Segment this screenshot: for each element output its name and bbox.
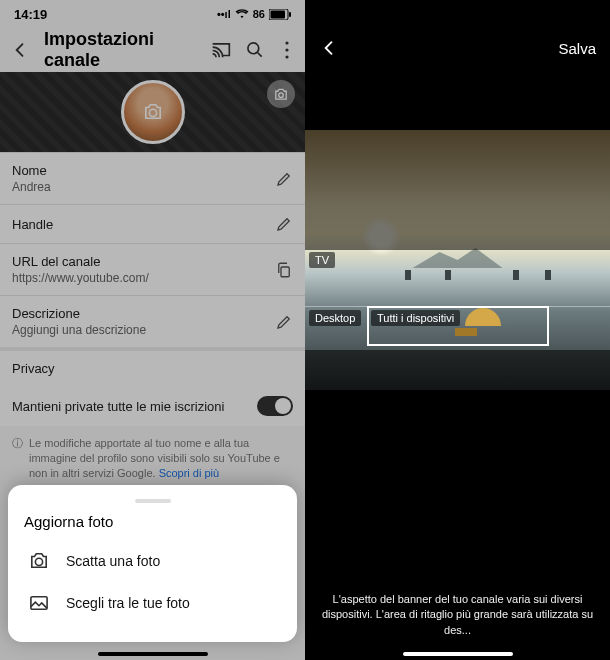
info-text: Le modifiche apportate al tuo nome e all… <box>29 437 280 479</box>
battery-level: 86 <box>253 8 265 20</box>
choose-photo-label: Scegli tra le tue foto <box>66 595 190 611</box>
app-bar: Impostazioni canale <box>0 28 305 72</box>
learn-more-link[interactable]: Scopri di più <box>159 467 220 479</box>
caption-line-2: dispositivi. L'area di ritaglio più gran… <box>321 607 594 638</box>
crop-label-all: Tutti i dispositivi <box>371 310 460 326</box>
crop-app-bar: Salva <box>305 28 610 68</box>
wifi-icon <box>235 9 249 19</box>
camera-icon <box>28 552 50 570</box>
mountain-graphic <box>413 248 503 268</box>
banner-crop-screen: Salva TV Desktop Tutti i dispositivi L'a… <box>305 0 610 660</box>
name-label: Nome <box>12 163 275 178</box>
sheet-grabber[interactable] <box>135 499 171 503</box>
boat-graphic <box>445 270 451 280</box>
svg-point-6 <box>285 55 288 58</box>
crop-caption: L'aspetto del banner del tuo canale vari… <box>321 592 594 638</box>
svg-rect-1 <box>271 10 286 18</box>
pencil-icon[interactable] <box>275 215 293 233</box>
svg-point-8 <box>279 92 284 97</box>
row-name[interactable]: Nome Andrea <box>0 152 305 204</box>
row-privacy-toggle: Mantieni private tutte le mie iscrizioni <box>0 386 305 426</box>
back-icon[interactable] <box>10 40 30 60</box>
photo-action-sheet: Aggiorna foto Scatta una foto Scegli tra… <box>8 485 297 642</box>
subscriptions-private-toggle[interactable] <box>257 396 293 416</box>
name-value: Andrea <box>12 180 275 194</box>
crop-label-desktop: Desktop <box>309 310 361 326</box>
crop-preview[interactable]: TV Desktop Tutti i dispositivi <box>305 130 610 390</box>
row-handle[interactable]: Handle <box>0 204 305 243</box>
copy-icon[interactable] <box>275 261 293 279</box>
edit-banner-button[interactable] <box>267 80 295 108</box>
svg-point-4 <box>285 41 288 44</box>
home-indicator[interactable] <box>98 652 208 656</box>
pencil-icon[interactable] <box>275 313 293 331</box>
choose-photo-option[interactable]: Scegli tra le tue foto <box>24 582 281 624</box>
battery-icon <box>269 9 291 20</box>
privacy-heading: Privacy <box>12 361 55 376</box>
svg-point-7 <box>149 109 156 116</box>
back-icon[interactable] <box>319 38 339 58</box>
save-button[interactable]: Salva <box>558 40 596 57</box>
info-icon: ⓘ <box>12 436 23 481</box>
svg-rect-9 <box>281 267 289 277</box>
info-note: ⓘ Le modifiche apportate al tuo nome e a… <box>0 426 305 491</box>
page-title: Impostazioni canale <box>44 29 197 71</box>
svg-rect-11 <box>31 597 47 610</box>
crop-dim-bottom <box>305 350 610 390</box>
sheet-title: Aggiorna foto <box>24 513 281 530</box>
row-url[interactable]: URL del canale https://www.youtube.com/ <box>0 243 305 295</box>
crop-label-tv: TV <box>309 252 335 268</box>
search-icon[interactable] <box>245 40 265 60</box>
channel-settings-screen: 14:19 ••ıl 86 Impostazioni canale <box>0 0 305 660</box>
camera-icon <box>142 103 164 121</box>
gallery-icon <box>28 594 50 612</box>
url-label: URL del canale <box>12 254 275 269</box>
svg-point-5 <box>285 48 288 51</box>
status-bar <box>305 0 610 28</box>
privacy-heading-row: Privacy <box>0 347 305 386</box>
take-photo-option[interactable]: Scatta una foto <box>24 540 281 582</box>
caption-line-1: L'aspetto del banner del tuo canale vari… <box>321 592 594 607</box>
cast-icon[interactable] <box>211 42 231 59</box>
svg-point-3 <box>248 43 259 54</box>
status-indicators: ••ıl 86 <box>217 8 291 20</box>
description-placeholder: Aggiungi una descrizione <box>12 323 275 337</box>
status-bar: 14:19 ••ıl 86 <box>0 0 305 28</box>
privacy-toggle-label: Mantieni private tutte le mie iscrizioni <box>12 399 257 414</box>
avatar[interactable] <box>121 80 185 144</box>
channel-banner <box>0 72 305 152</box>
crop-dim-top <box>305 130 610 250</box>
take-photo-label: Scatta una foto <box>66 553 160 569</box>
boat-graphic <box>405 270 411 280</box>
handle-label: Handle <box>12 217 275 232</box>
status-time: 14:19 <box>14 7 47 22</box>
pencil-icon[interactable] <box>275 170 293 188</box>
more-icon[interactable] <box>279 40 295 60</box>
svg-rect-2 <box>289 12 291 17</box>
url-value: https://www.youtube.com/ <box>12 271 275 285</box>
home-indicator[interactable] <box>403 652 513 656</box>
row-description[interactable]: Descrizione Aggiungi una descrizione <box>0 295 305 347</box>
description-label: Descrizione <box>12 306 275 321</box>
signal-icon: ••ıl <box>217 8 231 20</box>
boat-graphic <box>513 270 519 280</box>
boat-graphic <box>545 270 551 280</box>
svg-point-10 <box>35 558 42 565</box>
